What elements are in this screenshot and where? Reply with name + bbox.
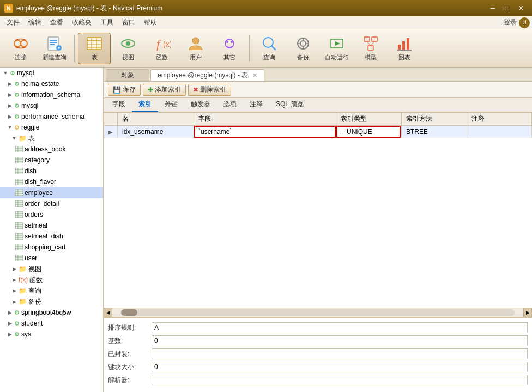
close-button[interactable]: ✕ [515, 3, 528, 14]
sidebar-item-order-detail[interactable]: order_detail [0, 198, 103, 209]
sidebar-item-address-book[interactable]: address_book [0, 144, 103, 155]
expand-icon-springboot: ▶ [7, 309, 13, 316]
tab-triggers[interactable]: 触发器 [184, 98, 217, 112]
sidebar-item-orders[interactable]: orders [0, 209, 103, 220]
sidebar-item-category[interactable]: category [0, 155, 103, 166]
index-field-cell[interactable]: `username` [194, 126, 336, 138]
base-value[interactable]: 0 [152, 335, 528, 346]
object-panel-tab[interactable]: 对象 [106, 69, 149, 81]
index-table: 名 字段 索引类型 索引方法 注释 ▶ idx_username [104, 112, 532, 138]
sidebar-item-setmeal-dish[interactable]: setmeal_dish [0, 231, 103, 242]
toolbar-query2[interactable]: 查询 [253, 33, 286, 64]
tab-options[interactable]: 选项 [217, 98, 243, 112]
delete-index-button[interactable]: ✖ 删除索引 [188, 84, 231, 96]
sub-tabs: 字段 索引 外键 触发器 选项 注释 SQL 预览 [104, 98, 532, 112]
sidebar-item-views-folder[interactable]: ▶ 📁 视图 [0, 264, 103, 274]
sidebar-item-student[interactable]: ▶ ⚙ student [0, 318, 103, 329]
toolbar-view[interactable]: 视图 [112, 33, 144, 64]
sidebar-label-setmeal-dish: setmeal_dish [25, 232, 63, 240]
expand-icon-queries: ▶ [11, 287, 17, 294]
toolbar-chart[interactable]: 图表 [388, 33, 421, 64]
unique-type-highlighted: ⋯ UNIQUE [336, 126, 401, 138]
tab-fields[interactable]: 字段 [106, 98, 132, 112]
sidebar-item-sys[interactable]: ▶ ⚙ sys [0, 329, 103, 340]
active-tab[interactable]: employee @reggie (mysql) - 表 ✕ [150, 69, 264, 81]
svg-point-29 [300, 41, 306, 46]
svg-point-19 [126, 41, 130, 46]
svg-point-23 [225, 39, 234, 48]
folder-icon-tables: 📁 [19, 134, 27, 142]
parser-value[interactable] [152, 375, 528, 385]
menu-file[interactable]: 文件 [2, 17, 24, 28]
sort-rule-value[interactable]: A [152, 322, 528, 333]
toolbar-new-query[interactable]: 新建查询 [38, 33, 71, 64]
horizontal-scrollbar[interactable]: ◀ ▶ [104, 308, 532, 317]
sidebar-item-employee[interactable]: employee [0, 187, 103, 198]
index-type-cell[interactable]: ⋯ UNIQUE [336, 126, 402, 138]
parser-row: 解析器: [108, 375, 528, 385]
toolbar-auto[interactable]: 自动运行 [321, 33, 353, 64]
func-icon-folder: f(x) [19, 276, 28, 284]
sidebar-item-perf[interactable]: ▶ ⚙ performance_schema [0, 111, 103, 122]
sidebar-item-funcs-folder[interactable]: ▶ f(x) 函数 [0, 274, 103, 285]
sidebar-label-views: 视图 [28, 265, 41, 274]
sidebar-item-dish-flavor[interactable]: dish_flavor [0, 176, 103, 187]
toolbar-connect[interactable]: 连接 [4, 33, 37, 64]
sidebar-item-springboot[interactable]: ▶ ⚙ springboot4bq5w [0, 307, 103, 318]
tab-indexes[interactable]: 索引 [132, 98, 158, 112]
col-comment: 注释 [467, 113, 532, 126]
menu-favorites[interactable]: 收藏夹 [68, 17, 96, 28]
svg-point-3 [21, 40, 27, 47]
sidebar-item-dish[interactable]: dish [0, 166, 103, 176]
sidebar-item-backups-folder[interactable]: ▶ 📁 备份 [0, 296, 103, 307]
folder-icon-queries: 📁 [19, 287, 27, 295]
menu-edit[interactable]: 编辑 [24, 17, 46, 28]
sidebar-item-user[interactable]: user [0, 253, 103, 264]
toolbar-table[interactable]: 表 [78, 33, 111, 64]
scroll-right-arrow[interactable]: ▶ [523, 308, 532, 317]
sidebar-item-heima[interactable]: ▶ ⚙ heima-estate [0, 78, 103, 89]
table-row[interactable]: ▶ idx_username `username` ⋯ [104, 126, 532, 138]
maximize-button[interactable]: □ [500, 3, 513, 14]
toolbar-function[interactable]: f (x) 函数 [146, 33, 178, 64]
minimize-button[interactable]: ─ [486, 3, 499, 14]
tab-comments[interactable]: 注释 [243, 98, 269, 112]
expand-icon-student: ▶ [7, 320, 13, 327]
svg-text:(x): (x) [163, 40, 171, 48]
sidebar-item-queries-folder[interactable]: ▶ 📁 查询 [0, 285, 103, 296]
toolbar-backup[interactable]: 备份 [287, 33, 319, 64]
index-name-cell[interactable]: idx_username [118, 126, 194, 138]
tab-close-icon[interactable]: ✕ [252, 72, 257, 79]
index-method-cell[interactable]: BTREE [402, 126, 467, 138]
menu-help[interactable]: 帮助 [140, 17, 161, 28]
sidebar-item-mysql2[interactable]: ▶ ⚙ mysql [0, 100, 103, 111]
menu-tools[interactable]: 工具 [96, 17, 118, 28]
sidebar-label-user: user [25, 254, 37, 262]
packed-row: 已封装: [108, 348, 528, 359]
save-button[interactable]: 💾 保存 [108, 84, 141, 96]
menu-view[interactable]: 查看 [46, 17, 68, 28]
titlebar: N employee @reggie (mysql) - 表 - Navicat… [0, 0, 532, 16]
login-label[interactable]: 登录 [504, 18, 517, 27]
sidebar-item-reggie[interactable]: ▼ ⚙ reggie [0, 122, 103, 133]
svg-point-25 [231, 41, 233, 43]
menu-window[interactable]: 窗口 [118, 17, 140, 28]
sidebar-item-shopping-cart[interactable]: shopping_cart [0, 242, 103, 253]
sidebar-item-info[interactable]: ▶ ⚙ information_schema [0, 89, 103, 100]
tab-foreign-keys[interactable]: 外键 [158, 98, 184, 112]
sidebar-item-tables-folder[interactable]: ▼ 📁 表 [0, 133, 103, 144]
scroll-thumb[interactable] [121, 309, 137, 316]
packed-value[interactable] [152, 348, 528, 359]
index-comment-cell[interactable] [467, 126, 532, 138]
key-size-value[interactable]: 0 [152, 362, 528, 372]
toolbar-model[interactable]: 模型 [354, 33, 387, 64]
toolbar-user[interactable]: 用户 [179, 33, 212, 64]
scroll-left-arrow[interactable]: ◀ [104, 308, 112, 317]
sidebar-item-mysql-root[interactable]: ▼ ⚙ mysql [0, 68, 103, 78]
sidebar-label-category: category [25, 156, 50, 164]
expand-icon-info: ▶ [7, 91, 13, 98]
tab-sql-preview[interactable]: SQL 预览 [269, 98, 310, 112]
sidebar-item-setmeal[interactable]: setmeal [0, 220, 103, 231]
toolbar-other[interactable]: 其它 [213, 33, 246, 64]
add-index-button[interactable]: ✚ 添加索引 [143, 84, 186, 96]
